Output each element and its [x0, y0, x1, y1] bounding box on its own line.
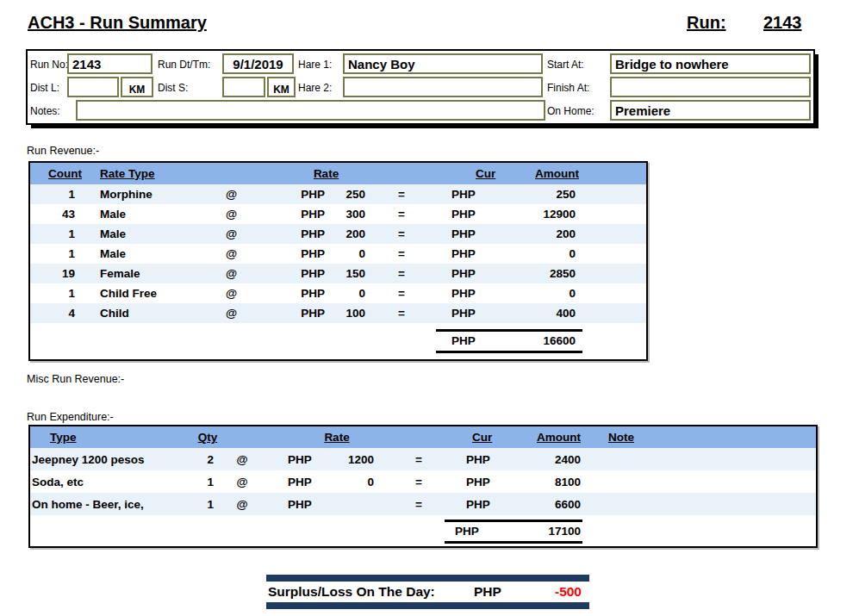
count-cell: 43 [29, 204, 87, 224]
currency-cell: PHP [445, 493, 501, 515]
count-cell: 1 [29, 244, 87, 264]
run-label: Run: [687, 13, 726, 33]
misc-revenue-section-label: Misc Run Revenue:- [27, 373, 124, 385]
currency-cell: PHP [436, 224, 496, 244]
revenue-total-row: PHP 16600 [29, 330, 647, 352]
rate-type-cell: Child [87, 303, 212, 323]
currency-cell: PHP [445, 470, 501, 493]
type-cell: Soda, etc [29, 470, 195, 493]
table-row: On home - Beer, ice, 1 @ PHP = PHP 6600 [29, 493, 817, 515]
rate-type-cell: Male [87, 224, 212, 244]
expenditure-header-row: Type Qty Rate Cur Amount Note [29, 426, 817, 448]
qty-header: Qty [195, 426, 221, 448]
at-symbol: @ [212, 303, 251, 323]
total-currency: PHP [436, 330, 496, 352]
amount-header: Amount [496, 162, 582, 184]
notes-input[interactable] [76, 100, 545, 121]
total-amount: 16600 [496, 330, 582, 352]
rate-currency-cell: PHP [251, 303, 328, 323]
surplus-section: Surplus/Loss On The Day: PHP -500 [266, 575, 589, 609]
qty-cell: 2 [195, 448, 221, 470]
table-row: 1 Child Free @ PHP 0 = PHP 0 [29, 283, 647, 303]
table-row: Jeepney 1200 pesos 2 @ PHP 1200 = PHP 24… [29, 448, 817, 470]
table-row: Soda, etc 1 @ PHP 0 = PHP 8100 [29, 470, 817, 493]
type-header: Type [29, 426, 195, 448]
at-symbol: @ [212, 264, 251, 283]
rate-type-cell: Morphine [87, 184, 212, 204]
at-symbol: @ [221, 493, 264, 515]
surplus-bottom-bar [266, 602, 589, 609]
rate-currency-cell: PHP [251, 224, 328, 244]
finish-at-label: Finish At: [547, 82, 589, 94]
equals-symbol: = [367, 204, 436, 224]
rate-header: Rate [264, 426, 376, 448]
hare1-label: Hare 1: [298, 59, 332, 71]
table-row: 43 Male @ PHP 300 = PHP 12900 [29, 204, 647, 224]
run-revenue-table: Count Rate Type Rate Cur Amount 1 Morphi… [28, 161, 648, 361]
rate-cell: 150 [328, 264, 367, 283]
run-no-label: Run No: [30, 59, 68, 71]
equals-symbol: = [376, 448, 445, 470]
table-row: 1 Male @ PHP 0 = PHP 0 [29, 244, 647, 264]
on-home-input[interactable]: Premiere [610, 100, 811, 121]
at-symbol: @ [221, 470, 264, 493]
equals-symbol: = [376, 470, 445, 493]
run-details-form: Run No: 2143 Run Dt/Tm: 9/1/2019 Hare 1:… [26, 49, 815, 125]
rate-cell: 100 [328, 303, 367, 323]
equals-symbol: = [367, 224, 436, 244]
surplus-label: Surplus/Loss On The Day: [268, 584, 435, 600]
rate-currency-cell: PHP [251, 204, 328, 224]
count-cell: 1 [29, 184, 87, 204]
note-cell [582, 493, 817, 515]
rate-type-cell: Male [87, 204, 212, 224]
currency-cell: PHP [436, 204, 496, 224]
amount-cell: 12900 [496, 204, 582, 224]
amount-cell: 8100 [501, 470, 582, 493]
equals-symbol: = [376, 493, 445, 515]
run-no-input[interactable]: 2143 [67, 53, 153, 74]
cur-header: Cur [445, 426, 501, 448]
rate-cell: 0 [333, 470, 376, 493]
finish-at-input[interactable] [610, 77, 811, 97]
run-expenditure-section-label: Run Expenditure:- [27, 411, 114, 423]
count-cell: 1 [29, 283, 87, 303]
rate-currency-cell: PHP [264, 470, 333, 493]
amount-cell: 2850 [496, 264, 582, 283]
rate-cell: 0 [328, 244, 367, 264]
run-dttm-input[interactable]: 9/1/2019 [222, 53, 294, 74]
rate-type-cell: Female [87, 264, 212, 283]
rate-currency-cell: PHP [251, 244, 328, 264]
rate-type-cell: Male [87, 244, 212, 264]
table-row: 19 Female @ PHP 150 = PHP 2850 [29, 264, 647, 283]
revenue-header-row: Count Rate Type Rate Cur Amount [29, 162, 647, 184]
rate-cell: 200 [328, 224, 367, 244]
start-at-input[interactable]: Bridge to nowhere [610, 53, 811, 74]
count-header: Count [29, 162, 87, 184]
count-cell: 1 [29, 224, 87, 244]
currency-cell: PHP [445, 448, 501, 470]
expenditure-total-row: PHP 17100 [29, 520, 817, 542]
amount-cell: 6600 [501, 493, 582, 515]
dist-s-input[interactable] [222, 77, 265, 97]
rate-type-header: Rate Type [87, 162, 212, 184]
currency-cell: PHP [436, 303, 496, 323]
hare1-input[interactable]: Nancy Boy [343, 53, 543, 74]
hare2-label: Hare 2: [298, 82, 332, 94]
page-title: ACH3 - Run Summary [28, 13, 207, 33]
rate-currency-cell: PHP [251, 184, 328, 204]
note-cell [582, 448, 817, 470]
hare2-input[interactable] [343, 77, 543, 97]
type-cell: Jeepney 1200 pesos [29, 448, 195, 470]
at-symbol: @ [212, 204, 251, 224]
rate-cell [333, 493, 376, 515]
cur-header: Cur [436, 162, 496, 184]
rate-currency-cell: PHP [251, 264, 328, 283]
on-home-label: On Home: [547, 105, 594, 117]
total-currency: PHP [445, 520, 501, 542]
dist-l-input[interactable] [67, 77, 119, 97]
amount-header: Amount [501, 426, 582, 448]
type-cell: On home - Beer, ice, [29, 493, 195, 515]
note-cell [582, 470, 817, 493]
qty-cell: 1 [195, 493, 221, 515]
surplus-top-bar [266, 575, 589, 582]
